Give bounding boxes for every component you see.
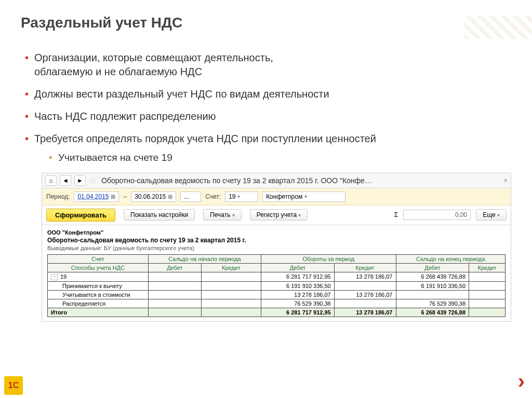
forward-button[interactable]: ► (74, 175, 86, 186)
org-input[interactable]: Конфетпром▾ (262, 191, 345, 202)
tab-close-button[interactable]: × (503, 176, 508, 184)
collapse-icon[interactable]: − (51, 274, 58, 280)
report-org: ООО "Конфетпром" (47, 229, 506, 236)
slide-content: Раздельный учет НДС Организации, которые… (0, 0, 532, 164)
account-input[interactable]: 19▾ (225, 191, 258, 202)
bullet-2: Должны вести раздельный учет НДС по вида… (25, 87, 511, 101)
table-total-row: Итого 6 281 717 912,95 13 278 186,07 6 2… (48, 308, 506, 317)
bullet-1-line2: облагаемую и не облагаемую НДС (34, 66, 202, 77)
home-button[interactable]: ⌂ (45, 175, 57, 186)
slide-title: Раздельный учет НДС (21, 15, 511, 31)
table-row[interactable]: −19 6 281 717 912,95 13 278 186,07 6 268… (48, 272, 506, 281)
grp-start: Сальдо на начало периода (148, 254, 261, 263)
decor-stripes (464, 16, 532, 39)
window-tabbar: ⌂ ◄ ► ☆ Оборотно-сальдовая ведомость по … (42, 173, 511, 188)
report-title: Оборотно-сальдовая ведомость по счету 19… (47, 237, 506, 244)
star-icon[interactable]: ☆ (89, 175, 96, 185)
table-row[interactable]: Распределяется 76 529 390,38 76 529 390,… (48, 299, 506, 308)
back-button[interactable]: ◄ (60, 175, 71, 186)
table-row[interactable]: Принимается к вычету 6 191 910 336,50 6 … (48, 281, 506, 290)
print-button[interactable]: Печать ▾ (203, 209, 242, 221)
toolbar: Сформировать Показать настройки Печать ▾… (42, 205, 511, 225)
col-account2: Способы учета НДС (48, 263, 149, 272)
form-button[interactable]: Сформировать (46, 209, 115, 222)
col-account: Счет (48, 254, 149, 263)
sum-display[interactable]: 0,00 (403, 210, 471, 220)
report-subtitle: Выводимые данные: БУ (данные бухгалтерск… (47, 245, 506, 251)
grp-end: Сальдо на конец периода (396, 254, 506, 263)
params-bar: Период: 01.04.2015▦ – 30.06.2015▦ ... Сч… (42, 188, 511, 205)
bullet-4-text: Требуется определять порядок учета НДС п… (34, 133, 376, 144)
grp-period: Обороты за период (261, 254, 396, 263)
tab-title: Оборотно-сальдовая ведомость по счету 19… (101, 176, 500, 185)
sub-bullet-1: Учитывается на счете 19 (49, 151, 511, 164)
date-from-input[interactable]: 01.04.2015▦ (74, 191, 119, 202)
register-button[interactable]: Регистр учета ▾ (250, 209, 308, 221)
sub-bullets: Учитывается на счете 19 (34, 151, 511, 164)
bullet-1-line1: Организации, которые совмещают деятельно… (34, 52, 273, 63)
date-to-input[interactable]: 30.06.2015▦ (131, 191, 176, 202)
bullet-1: Организации, которые совмещают деятельно… (25, 51, 511, 79)
table-row[interactable]: Учитывается в стоимости 13 278 186,07 13… (48, 290, 506, 299)
calendar-icon: ▦ (168, 194, 172, 199)
next-slide-icon[interactable]: › (518, 369, 525, 393)
dropdown-icon: ▾ (304, 194, 307, 199)
bullet-4: Требуется определять порядок учета НДС п… (25, 132, 511, 164)
account-label: Счет: (205, 193, 221, 200)
period-picker-button[interactable]: ... (180, 191, 201, 202)
more-button[interactable]: Еще ▾ (476, 209, 507, 221)
sigma-icon[interactable]: Σ (394, 211, 398, 218)
report-body: ООО "Конфетпром" Оборотно-сальдовая ведо… (42, 225, 511, 321)
report-table: Счет Сальдо на начало периода Обороты за… (47, 254, 506, 317)
logo-1c: 1C (4, 376, 23, 395)
show-settings-button[interactable]: Показать настройки (124, 209, 195, 221)
screenshot-1c: ⌂ ◄ ► ☆ Оборотно-сальдовая ведомость по … (42, 173, 511, 322)
dropdown-icon: ▾ (237, 194, 240, 199)
bullet-list: Организации, которые совмещают деятельно… (21, 51, 511, 164)
bullet-3: Часть НДС подлежит распределению (25, 109, 511, 123)
calendar-icon: ▦ (111, 194, 115, 199)
period-label: Период: (46, 193, 70, 200)
